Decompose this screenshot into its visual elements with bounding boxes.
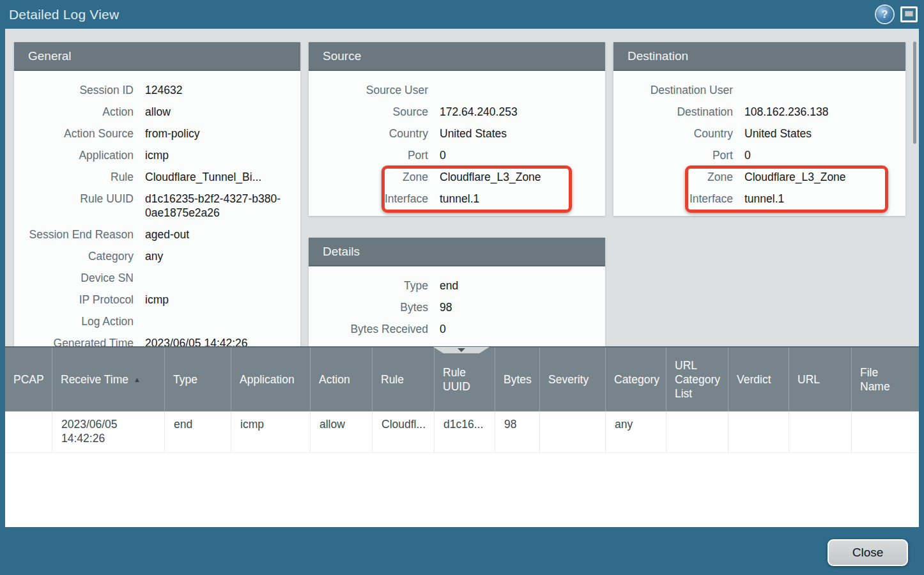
maximize-icon-inner: [905, 11, 913, 17]
field-row-source-user: Source User: [309, 79, 600, 101]
field-row-port: Port 0: [613, 144, 900, 166]
field-value: 108.162.236.138: [744, 105, 900, 119]
column-header-rule-uuid[interactable]: Rule UUID: [435, 348, 495, 411]
field-label: Application: [14, 148, 145, 162]
field-label: Action: [14, 105, 145, 119]
close-button[interactable]: Close: [828, 539, 908, 566]
sort-ascending-icon: ▲: [134, 372, 141, 387]
field-value: aged-out: [145, 227, 295, 241]
field-value: 2023/06/05 14:42:26: [145, 336, 295, 346]
column-header-verdict[interactable]: Verdict: [728, 348, 789, 411]
log-table-row[interactable]: 2023/06/05 14:42:26 end icmp allow Cloud…: [5, 411, 919, 453]
field-value: 0: [440, 148, 600, 162]
field-value: Cloudflare_L3_Zone: [744, 170, 900, 184]
cell-receive-time: 2023/06/05 14:42:26: [52, 411, 165, 452]
field-value: United States: [744, 126, 900, 141]
field-row-bytes: Bytes 98: [309, 296, 600, 318]
field-value: 98: [440, 300, 600, 314]
field-label: Session End Reason: [14, 227, 145, 241]
field-value: any: [145, 249, 295, 263]
field-label: Country: [613, 126, 744, 141]
field-label: Rule UUID: [14, 192, 145, 206]
general-panel: General Session ID 124632 Action allow A…: [14, 42, 300, 346]
column-header-action[interactable]: Action: [311, 348, 373, 411]
field-label: Category: [14, 249, 145, 263]
vertical-scrollbar-thumb[interactable]: [913, 42, 916, 144]
field-row-log-action: Log Action: [14, 310, 295, 332]
cell-application: icmp: [231, 411, 311, 452]
titlebar-icons: ?: [876, 6, 918, 23]
details-panel-body: Type end Bytes 98 Bytes Received 0: [309, 266, 605, 346]
field-row-country: Country United States: [309, 123, 600, 144]
field-row-zone: Zone Cloudflare_L3_Zone: [309, 166, 600, 188]
column-header-receive-time[interactable]: Receive Time▲: [52, 348, 165, 411]
details-panel: Details Type end Bytes 98 Bytes Received…: [309, 238, 605, 346]
cell-file-name: [852, 411, 919, 452]
cell-category: any: [606, 411, 666, 452]
field-row-application: Application icmp: [14, 144, 295, 166]
field-label: IP Protocol: [14, 293, 145, 307]
titlebar: Detailed Log View ?: [0, 0, 924, 29]
column-header-file-name[interactable]: File Name: [852, 348, 919, 411]
field-label: Source: [309, 105, 440, 119]
field-value: tunnel.1: [744, 192, 900, 206]
chevron-down-icon: [458, 348, 465, 352]
column-header-url-category-list[interactable]: URL Category List: [666, 348, 728, 411]
field-value: icmp: [145, 148, 295, 162]
field-label: Port: [613, 148, 744, 162]
column-header-pcap[interactable]: PCAP: [5, 348, 52, 411]
field-label: Device SN: [14, 271, 145, 285]
field-row-interface: Interface tunnel.1: [309, 188, 600, 210]
field-row-device-sn: Device SN: [14, 267, 295, 289]
destination-panel-body: Destination User Destination 108.162.236…: [613, 71, 905, 216]
column-header-bytes[interactable]: Bytes: [495, 348, 540, 411]
field-value: 0: [744, 148, 900, 162]
field-row-action-source: Action Source from-policy: [14, 123, 295, 144]
field-row-rule: Rule Cloudflare_Tunnel_Bi...: [14, 166, 295, 188]
column-header-severity[interactable]: Severity: [540, 348, 606, 411]
field-row-country: Country United States: [613, 123, 900, 144]
field-value: 124632: [145, 83, 295, 97]
cell-action: allow: [311, 411, 373, 452]
field-row-type: Type end: [309, 275, 600, 296]
destination-panel-header: Destination: [613, 42, 905, 71]
general-panel-header: General: [14, 42, 300, 71]
cell-rule: Cloudfl...: [373, 411, 435, 452]
cell-rule-uuid: d1c16...: [435, 411, 495, 452]
detailed-log-view-dialog: Detailed Log View ? General Session ID 1…: [0, 0, 924, 575]
maximize-icon[interactable]: [900, 6, 918, 22]
column-header-category[interactable]: Category: [606, 348, 666, 411]
cell-verdict: [728, 411, 789, 452]
log-detail-panels-area: General Session ID 124632 Action allow A…: [5, 29, 919, 346]
general-panel-body: Session ID 124632 Action allow Action So…: [14, 71, 300, 346]
field-value: 172.64.240.253: [440, 105, 600, 119]
field-row-port: Port 0: [309, 144, 600, 166]
field-label: Interface: [613, 192, 744, 206]
column-header-type[interactable]: Type: [165, 348, 231, 411]
field-value: 0: [440, 322, 600, 336]
field-value: Cloudflare_L3_Zone: [440, 170, 600, 184]
column-header-rule[interactable]: Rule: [373, 348, 435, 411]
field-label: Action Source: [14, 126, 145, 141]
column-header-url[interactable]: URL: [789, 348, 852, 411]
field-row-rule-uuid: Rule UUID d1c16235-b2f2-4327-b380-0ae187…: [14, 188, 295, 224]
field-value: d1c16235-b2f2-4327-b380-0ae1875e2a26: [145, 192, 295, 220]
field-label: Zone: [613, 170, 744, 184]
cell-url: [789, 411, 852, 452]
field-label: Destination User: [613, 83, 744, 97]
field-row-session-end-reason: Session End Reason aged-out: [14, 224, 295, 245]
help-icon[interactable]: ?: [876, 6, 893, 23]
field-row-ip-protocol: IP Protocol icmp: [14, 289, 295, 310]
destination-panel: Destination Destination User Destination…: [613, 42, 905, 216]
field-row-action: Action allow: [14, 101, 295, 123]
field-row-generated-time: Generated Time 2023/06/05 14:42:26: [14, 332, 295, 346]
field-label: Bytes Received: [309, 322, 440, 336]
field-label: Destination: [613, 105, 744, 119]
field-label: Interface: [309, 192, 440, 206]
field-value: end: [440, 279, 600, 293]
page-title: Detailed Log View: [9, 7, 119, 22]
field-row-interface: Interface tunnel.1: [613, 188, 900, 210]
field-label: Bytes: [309, 300, 440, 314]
log-table-header: PCAP Receive Time▲ Type Application Acti…: [5, 348, 919, 411]
column-header-application[interactable]: Application: [231, 348, 311, 411]
